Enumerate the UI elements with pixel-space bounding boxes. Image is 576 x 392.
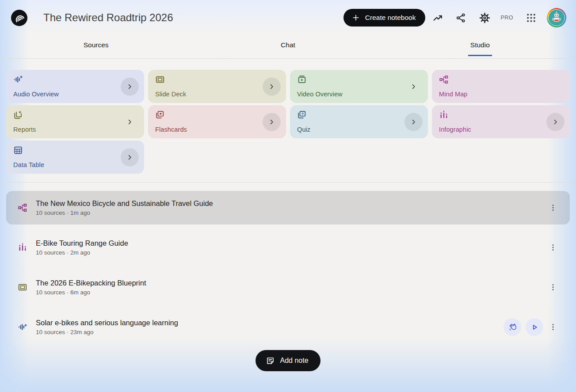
reports-icon [13,110,23,120]
tool-card-mind-map[interactable]: Mind Map [432,70,570,103]
chevron-right-icon[interactable] [546,113,565,131]
tool-card-slide-deck[interactable]: Slide Deck [148,70,286,103]
artifact-row-infographic[interactable]: E-Bike Touring Range Guide 10 sources · … [6,231,570,264]
artifact-title: E-Bike Touring Range Guide [36,239,128,247]
notebooklm-logo-icon[interactable] [11,10,27,26]
share-icon[interactable] [454,11,467,24]
more-vert-icon[interactable] [548,280,558,294]
notebook-title[interactable]: The Rewired Roadtrip 2026 [43,11,173,24]
artifact-row-mind-map[interactable]: The New Mexico Bicycle and Sustainable T… [6,191,570,225]
section-divider [0,182,576,183]
artifact-row-audio-overview[interactable]: Solar e-bikes and serious language learn… [6,310,570,344]
tool-card-audio-overview[interactable]: Audio Overview [6,70,144,103]
add-note-container: Add note [6,350,570,371]
artifact-meta: 10 sources · 2m ago [36,249,128,256]
chevron-right-icon[interactable] [263,77,281,95]
mind-map-icon [18,203,27,213]
artifact-meta: 10 sources · 23m ago [36,329,178,335]
chevron-right-icon[interactable] [121,77,139,95]
infographic-icon [439,110,449,120]
quiz-icon: ? [297,110,307,120]
chevron-right-icon[interactable] [121,113,139,131]
artifact-row-slide-deck[interactable]: The 2026 E-Bikepacking Blueprint 10 sour… [6,270,570,304]
artifact-meta: 10 sources · 1m ago [36,209,213,216]
tool-card-flashcards[interactable]: Flashcards [148,105,286,138]
panel-tabs: Sources Chat Studio [0,35,576,59]
tool-card-data-table[interactable]: Data Table [6,141,144,174]
top-bar: The Rewired Roadtrip 2026 Create noteboo… [0,0,576,35]
tool-card-reports[interactable]: Reports [6,105,144,138]
tool-label: Data Table [13,161,137,168]
tab-sources[interactable]: Sources [0,35,192,58]
tab-chat[interactable]: Chat [192,35,384,58]
tool-label: Slide Deck [155,91,279,98]
tool-label: Video Overview [297,91,421,98]
add-note-label: Add note [280,357,308,365]
interactive-mode-button[interactable] [504,318,521,336]
more-vert-icon[interactable] [548,201,558,215]
tab-studio[interactable]: Studio [384,35,576,58]
mind-map-icon [439,75,449,84]
tool-label: Audio Overview [13,91,137,98]
data-table-icon [13,145,23,155]
notebooklm-studio-page: The Rewired Roadtrip 2026 Create noteboo… [0,0,576,392]
settings-gear-icon[interactable] [478,11,491,24]
audio-overview-icon [13,75,23,84]
infographic-icon [18,243,27,252]
video-overview-icon [297,75,307,84]
plus-icon [351,13,360,22]
artifact-title: Solar e-bikes and serious language learn… [36,319,178,327]
note-icon [266,356,275,365]
chevron-right-icon[interactable] [404,77,423,95]
tool-label: Reports [13,126,137,133]
tool-card-quiz[interactable]: ? Quiz [290,105,428,138]
chevron-right-icon[interactable] [263,113,281,131]
play-button[interactable] [526,318,543,336]
studio-tools-grid: Audio Overview Slide Deck [6,70,570,174]
tool-label: Infographic [439,126,563,133]
create-notebook-button[interactable]: Create notebook [343,9,426,27]
artifact-list: The New Mexico Bicycle and Sustainable T… [6,191,570,344]
user-avatar[interactable] [547,8,566,27]
artifact-meta: 10 sources · 6m ago [36,289,146,296]
tool-label: Quiz [297,126,421,133]
tool-card-video-overview[interactable]: Video Overview [290,70,428,103]
slide-deck-icon [18,282,27,292]
tool-label: Mind Map [439,91,563,98]
create-notebook-label: Create notebook [365,14,416,22]
chevron-right-icon[interactable] [121,148,139,166]
top-bar-actions: Create notebook [343,8,566,27]
more-vert-icon[interactable] [548,320,558,334]
tool-card-infographic[interactable]: Infographic [432,105,570,138]
analytics-trending-icon[interactable] [431,11,444,24]
artifact-title: The New Mexico Bicycle and Sustainable T… [36,199,213,208]
studio-panel: Audio Overview Slide Deck [0,59,576,371]
tool-label: Flashcards [155,126,279,133]
more-vert-icon[interactable] [548,240,558,255]
chevron-right-icon[interactable] [404,113,423,131]
add-note-button[interactable]: Add note [256,350,320,371]
waving-hand-icon [508,323,517,332]
svg-text:?: ? [301,112,304,116]
flashcards-icon [155,110,165,120]
slide-deck-icon [155,75,165,84]
play-icon [530,323,539,332]
apps-grid-icon[interactable] [525,11,537,24]
audio-overview-icon [18,322,27,332]
pro-badge: PRO [500,15,513,21]
avatar-robot-image [548,9,565,26]
artifact-title: The 2026 E-Bikepacking Blueprint [36,279,146,287]
